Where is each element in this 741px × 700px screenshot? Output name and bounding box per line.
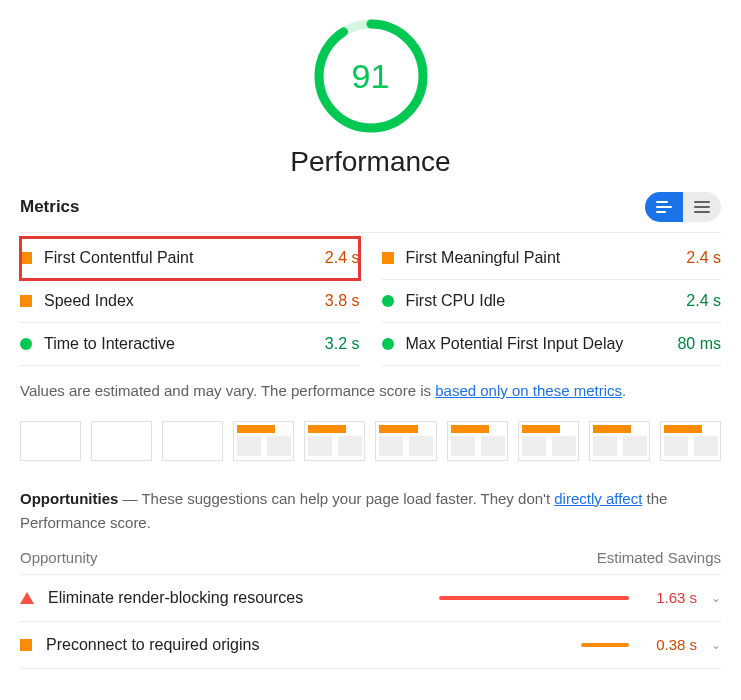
opps-col-right: Estimated Savings [597,549,721,566]
filmstrip-frame [91,421,152,461]
opps-col-left: Opportunity [20,549,98,566]
gauge-label: Performance [20,146,721,178]
opportunities-intro: Opportunities — These suggestions can he… [20,487,721,535]
opps-text: These suggestions can help your page loa… [141,490,554,507]
metric-name: Time to Interactive [44,335,313,353]
performance-gauge: 91 [311,16,431,136]
opportunity-row[interactable]: Eliminate render-blocking resources1.63 … [20,575,721,622]
triangle-red-icon [20,592,34,604]
metric-row[interactable]: Max Potential First Input Delay80 ms [382,323,722,366]
metric-value: 2.4 s [686,249,721,267]
filmstrip-frame [233,421,294,461]
savings-bar [429,643,629,647]
metric-value: 80 ms [677,335,721,353]
square-orange-icon [20,252,32,264]
circle-green-icon [382,338,394,350]
view-compact-button[interactable] [645,192,683,222]
circle-green-icon [382,295,394,307]
metric-value: 3.2 s [325,335,360,353]
metrics-view-toggle [645,192,721,222]
metrics-note: Values are estimated and may vary. The p… [20,380,721,403]
opps-dash: — [118,490,141,507]
square-orange-icon [20,639,32,651]
note-lead: Values are estimated and may vary. The p… [20,382,435,399]
savings-bar [429,596,629,600]
metric-name: First Contentful Paint [44,249,313,267]
metric-row[interactable]: First CPU Idle2.4 s [382,280,722,323]
metric-value: 2.4 s [686,292,721,310]
chevron-down-icon[interactable]: ⌄ [711,591,721,605]
square-orange-icon [382,252,394,264]
metric-row[interactable]: First Contentful Paint2.4 s [20,237,360,280]
filmstrip-frame [162,421,223,461]
filmstrip-frame [447,421,508,461]
square-orange-icon [20,295,32,307]
circle-green-icon [20,338,32,350]
metric-row[interactable]: Speed Index3.8 s [20,280,360,323]
view-expanded-button[interactable] [683,192,721,222]
savings-value: 1.63 s [643,589,697,606]
bars-icon [656,201,672,213]
opps-title: Opportunities [20,490,118,507]
metric-name: Speed Index [44,292,313,310]
lines-icon [694,201,710,213]
chevron-down-icon[interactable]: ⌄ [711,638,721,652]
filmstrip-frame [375,421,436,461]
filmstrip-frame [589,421,650,461]
filmstrip-frame [660,421,721,461]
opportunity-name: Preconnect to required origins [46,636,415,654]
savings-value: 0.38 s [643,636,697,653]
note-tail: . [622,382,626,399]
opportunity-row[interactable]: Preconnect to required origins0.38 s⌄ [20,622,721,669]
metric-row[interactable]: Time to Interactive3.2 s [20,323,360,366]
performance-score: 91 [311,16,431,136]
metrics-heading: Metrics [20,197,80,217]
opps-link[interactable]: directly affect [554,490,642,507]
metric-name: First Meaningful Paint [406,249,675,267]
metric-name: First CPU Idle [406,292,675,310]
metric-value: 3.8 s [325,292,360,310]
filmstrip [20,421,721,461]
metric-name: Max Potential First Input Delay [406,335,666,353]
metric-value: 2.4 s [325,249,360,267]
metric-row[interactable]: First Meaningful Paint2.4 s [382,237,722,280]
note-link[interactable]: based only on these metrics [435,382,622,399]
filmstrip-frame [20,421,81,461]
filmstrip-frame [304,421,365,461]
opportunity-name: Eliminate render-blocking resources [48,589,415,607]
filmstrip-frame [518,421,579,461]
